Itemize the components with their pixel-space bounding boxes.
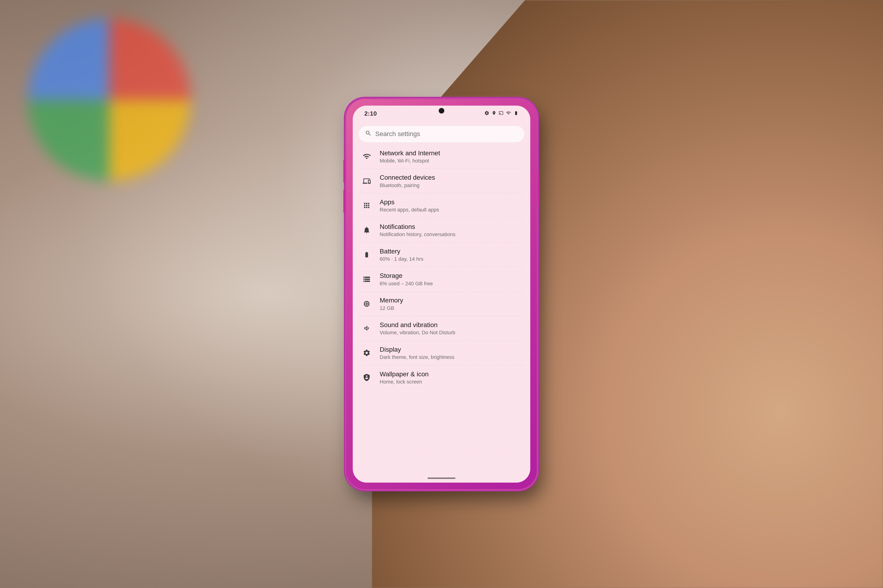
- notifications-text: Notifications Notification history, conv…: [380, 223, 523, 238]
- notifications-subtitle: Notification history, conversations: [380, 231, 523, 237]
- wifi-icon: [360, 150, 373, 163]
- wallpaper-title: Wallpaper & icon: [380, 370, 523, 378]
- apps-text: Apps Recent apps, default apps: [380, 198, 523, 213]
- connected-devices-subtitle: Bluetooth, pairing: [380, 183, 523, 189]
- wallpaper-subtitle: Home, lock screen: [380, 379, 523, 385]
- bottom-nav-indicator: [427, 477, 456, 479]
- settings-item-notifications[interactable]: Notifications Notification history, conv…: [358, 218, 525, 243]
- scene: 2:10: [0, 0, 883, 588]
- settings-item-network[interactable]: Network and Internet Mobile, Wi-Fi, hots…: [358, 144, 525, 169]
- status-wifi-icon: [505, 111, 511, 117]
- storage-text: Storage 6% used – 240 GB free: [380, 272, 523, 287]
- connected-devices-text: Connected devices Bluetooth, pairing: [380, 173, 523, 189]
- apps-title: Apps: [380, 198, 523, 206]
- status-time: 2:10: [364, 110, 377, 117]
- battery-title: Battery: [380, 247, 523, 256]
- status-cast-icon: [499, 111, 503, 117]
- network-title: Network and Internet: [380, 149, 523, 158]
- wallpaper-icon: [360, 371, 373, 384]
- status-settings-icon: [484, 111, 489, 117]
- battery-subtitle: 60% · 1 day, 14 hrs: [380, 256, 523, 262]
- status-location-icon: [492, 111, 496, 117]
- settings-item-connected-devices[interactable]: Connected devices Bluetooth, pairing: [358, 169, 525, 194]
- notifications-title: Notifications: [380, 223, 523, 231]
- phone: 2:10: [346, 99, 537, 489]
- memory-text: Memory 12 GB: [380, 296, 523, 311]
- power-button[interactable]: [537, 173, 540, 206]
- search-bar[interactable]: Search settings: [358, 126, 525, 142]
- settings-item-sound[interactable]: Sound and vibration Volume, vibration, D…: [358, 316, 525, 341]
- phone-screen: 2:10: [353, 106, 530, 483]
- display-subtitle: Dark theme, font size, brightness: [380, 354, 523, 360]
- settings-item-storage[interactable]: Storage 6% used – 240 GB free: [358, 267, 525, 292]
- memory-title: Memory: [380, 296, 523, 304]
- status-icons: [484, 111, 519, 117]
- network-text: Network and Internet Mobile, Wi-Fi, hots…: [380, 149, 523, 164]
- settings-list: Network and Internet Mobile, Wi-Fi, hots…: [358, 144, 525, 390]
- display-icon: [360, 346, 373, 359]
- settings-item-display[interactable]: Display Dark theme, font size, brightnes…: [358, 341, 525, 365]
- memory-subtitle: 12 GB: [380, 305, 523, 311]
- settings-item-battery[interactable]: Battery 60% · 1 day, 14 hrs: [358, 243, 525, 267]
- network-subtitle: Mobile, Wi-Fi, hotspot: [380, 158, 523, 164]
- devices-icon: [360, 175, 373, 188]
- apps-icon: [360, 199, 373, 212]
- sound-subtitle: Volume, vibration, Do Not Disturb: [380, 330, 523, 336]
- memory-icon: [360, 297, 373, 310]
- camera-cutout: [439, 108, 444, 114]
- notifications-icon: [360, 224, 373, 237]
- sound-icon: [360, 322, 373, 335]
- status-battery-icon: [513, 111, 519, 117]
- wallpaper-text: Wallpaper & icon Home, lock screen: [380, 370, 523, 385]
- volume-down-button[interactable]: [343, 190, 346, 213]
- storage-subtitle: 6% used – 240 GB free: [380, 280, 523, 287]
- settings-item-wallpaper[interactable]: Wallpaper & icon Home, lock screen: [358, 365, 525, 390]
- search-icon: [365, 130, 372, 138]
- sound-title: Sound and vibration: [380, 321, 523, 329]
- search-placeholder: Search settings: [375, 130, 420, 138]
- storage-icon: [360, 273, 373, 286]
- settings-item-apps[interactable]: Apps Recent apps, default apps: [358, 194, 525, 218]
- settings-item-memory[interactable]: Memory 12 GB: [358, 292, 525, 316]
- screen-content: Search settings Network and Internet Mob…: [353, 122, 530, 483]
- background-logo: [28, 19, 191, 181]
- volume-up-button[interactable]: [343, 159, 346, 183]
- status-bar: 2:10: [353, 106, 530, 122]
- display-title: Display: [380, 345, 523, 354]
- display-text: Display Dark theme, font size, brightnes…: [380, 345, 523, 360]
- battery-text: Battery 60% · 1 day, 14 hrs: [380, 247, 523, 262]
- apps-subtitle: Recent apps, default apps: [380, 207, 523, 213]
- storage-title: Storage: [380, 272, 523, 280]
- sound-text: Sound and vibration Volume, vibration, D…: [380, 321, 523, 336]
- battery-icon: [360, 248, 373, 261]
- connected-devices-title: Connected devices: [380, 173, 523, 182]
